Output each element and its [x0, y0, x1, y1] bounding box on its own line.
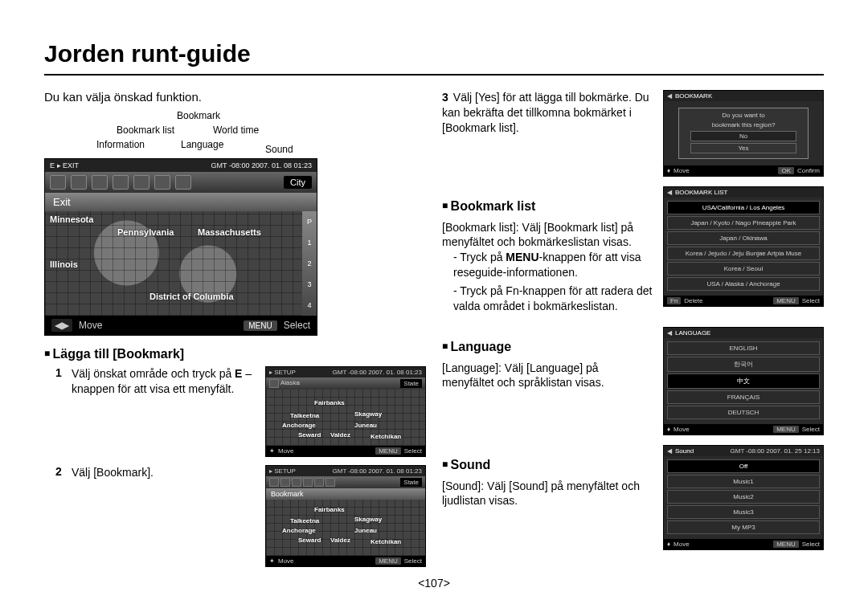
- updown-icon: ♦: [667, 541, 670, 548]
- main-device-screen: E ▸ EXIT GMT -08:00 2007. 01. 08 01:23 C…: [44, 158, 317, 336]
- list-item[interactable]: USA / Alaska / Anchorage: [667, 277, 820, 291]
- list-item[interactable]: FRANÇAIS: [667, 390, 820, 404]
- list-item[interactable]: Korea / Jejudo / Jeju Bunjae Artpia Muse: [667, 247, 820, 260]
- sound-icon[interactable]: [154, 175, 170, 190]
- list-item[interactable]: Korea / Seoul: [667, 262, 820, 275]
- updown-icon: ♦: [667, 426, 670, 433]
- back-icon: ◀: [667, 92, 672, 100]
- state-penn: Pennsylvania: [117, 227, 174, 237]
- step-num: 2: [55, 465, 65, 567]
- updown-icon: ✦: [269, 557, 275, 565]
- back-icon[interactable]: [175, 175, 191, 190]
- mini-screenshot-2: ▸ SETUPGMT -08:00 2007. 01. 08 01:23 Sta…: [265, 465, 426, 567]
- sound-desc: [Sound]: Välj [Sound] på menyfältet och …: [442, 479, 653, 509]
- list-item[interactable]: 한국어: [667, 357, 820, 372]
- step-text: Välj [Bookmark].: [72, 465, 259, 567]
- section-sound: Sound: [442, 456, 653, 474]
- state-dc: District of Columbia: [149, 292, 234, 301]
- state-mass: Massachusetts: [198, 227, 261, 237]
- back-icon: ◀: [667, 189, 672, 196]
- language-icon[interactable]: [113, 175, 129, 190]
- intro-text: Du kan välja önskad funktion.: [44, 90, 426, 104]
- sound-panel: ◀SoundGMT -08:00 2007. 01. 25 12:13 Off …: [663, 445, 824, 550]
- label-information: Information: [96, 139, 145, 150]
- left-right-icon: ◀▶: [51, 319, 72, 332]
- menu-button[interactable]: MENU: [244, 320, 276, 331]
- label-language: Language: [181, 139, 223, 150]
- list-item[interactable]: DEUTSCH: [667, 406, 820, 419]
- option-yes[interactable]: Yes: [690, 143, 796, 153]
- option-no[interactable]: No: [690, 131, 796, 141]
- world-time-icon[interactable]: [133, 175, 149, 190]
- list-item[interactable]: My MP3: [667, 520, 820, 534]
- bookmark-icon[interactable]: [92, 175, 108, 190]
- label-world-time: World time: [213, 124, 259, 136]
- list-item[interactable]: Music2: [667, 490, 820, 504]
- section-language: Language: [442, 338, 653, 356]
- step-num: 1: [55, 366, 65, 457]
- language-desc: [Language]: Välj [Language] på menyfälte…: [442, 361, 653, 391]
- hdr-time: GMT -08:00 2007. 01. 08 01:23: [211, 161, 312, 169]
- list-item[interactable]: ENGLISH: [667, 341, 820, 355]
- back-icon: [269, 478, 279, 487]
- bookmark-list-icon[interactable]: [71, 175, 87, 190]
- step-num: 3: [442, 91, 448, 104]
- label-bookmark-list: Bookmark list: [117, 124, 174, 136]
- list-item[interactable]: Off: [667, 459, 820, 473]
- list-item[interactable]: Japan / Kyoto / Nago Pineapple Park: [667, 216, 820, 230]
- footer-select: Select: [284, 320, 310, 331]
- back-icon: ◀: [667, 329, 672, 337]
- label-bookmark: Bookmark: [177, 110, 220, 121]
- footer-move: Move: [79, 320, 102, 331]
- back-icon: ◀: [667, 447, 672, 455]
- page-title: Jorden runt-guide: [44, 40, 824, 76]
- bmlist-bullet: Tryck på MENU-knappen för att visa reseg…: [453, 250, 653, 280]
- bmlist-bullet: Tryck på Fn-knappen för att radera det v…: [453, 284, 653, 314]
- mini-screenshot-1: ▸ SETUPGMT -08:00 2007. 01. 08 01:23 Ala…: [265, 366, 426, 457]
- state-minnesota: Minnesota: [50, 214, 93, 224]
- section-bookmark-list: Bookmark list: [442, 198, 653, 215]
- list-item[interactable]: USA/California / Los Angeles: [667, 201, 820, 214]
- page-number: <107>: [0, 577, 868, 590]
- city-button[interactable]: City: [284, 176, 312, 189]
- back-icon: [269, 379, 279, 388]
- list-item[interactable]: 中文: [667, 373, 820, 389]
- bmlist-desc: [Bookmark list]: Välj [Bookmark list] på…: [442, 220, 653, 251]
- updown-icon: ♦: [667, 167, 670, 174]
- step-text: Välj [Yes] för att lägga till bokmärke. …: [442, 91, 649, 134]
- toolbar-labels: Bookmark Bookmark list World time Inform…: [68, 110, 426, 158]
- list-item[interactable]: Music3: [667, 505, 820, 519]
- map-area[interactable]: Minnesota Pennsylvania Massachusetts Ill…: [45, 211, 317, 316]
- exit-row: Exit: [45, 193, 317, 211]
- list-item[interactable]: Music1: [667, 475, 820, 488]
- section-add-bookmark: Lägga till [Bookmark]: [44, 347, 426, 361]
- list-item[interactable]: Japan / Okinawa: [667, 231, 820, 245]
- updown-icon: ✦: [269, 447, 275, 455]
- bookmark-confirm-panel: ◀BOOKMARK Do you want to bookmark this r…: [663, 90, 824, 177]
- label-sound: Sound: [265, 144, 293, 155]
- step-text: Välj önskat område och tryck på E –knapp…: [72, 366, 259, 457]
- page-indicator: P 1 2 3 4: [302, 211, 317, 316]
- language-panel: ◀LANGUAGE ENGLISH 한국어 中文 FRANÇAIS DEUTSC…: [663, 327, 824, 435]
- info-icon[interactable]: [50, 175, 66, 190]
- bookmark-list-panel: ◀BOOKMARK LIST USA/California / Los Ange…: [663, 186, 824, 307]
- hdr-exit: E ▸ EXIT: [50, 161, 79, 169]
- state-illinois: Illinois: [50, 259, 78, 269]
